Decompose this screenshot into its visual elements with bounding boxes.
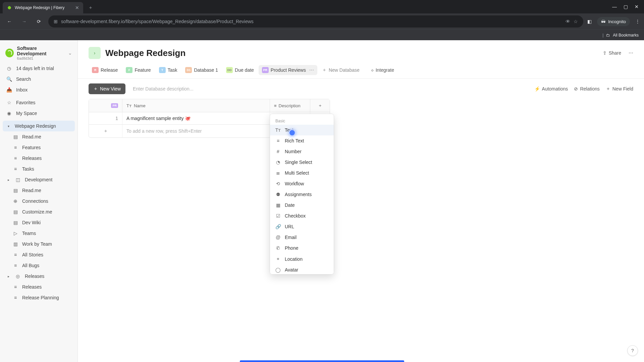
field-type-single-select[interactable]: ◔Single Select xyxy=(270,157,334,168)
automations-button[interactable]: ⚡ Automations xyxy=(534,86,568,92)
browser-tab[interactable]: Webpage Redesign | Fibery ✕ xyxy=(3,2,83,13)
sidebar-item-read.me[interactable]: ▤Read.me xyxy=(3,185,75,196)
address-bar[interactable]: ⊞ software-development.fibery.io/fibery/… xyxy=(48,15,583,27)
field-type-workflow[interactable]: ⟲Workflow xyxy=(270,178,334,189)
row-name-cell[interactable]: A magnificent sample entity 🐙 xyxy=(122,112,270,124)
field-type-label: Phone xyxy=(285,245,298,251)
chevron-icon[interactable]: ▾ xyxy=(6,123,11,129)
browser-menu-icon[interactable]: ⋮ xyxy=(635,19,640,24)
field-type-date[interactable]: ▦Date xyxy=(270,200,334,210)
field-type-label: Rich Text xyxy=(285,138,304,143)
more-icon[interactable]: ⋯ xyxy=(309,67,314,73)
sidebar-space-development[interactable]: ▸◫Development xyxy=(3,174,75,185)
db-tab-release[interactable]: RRelease xyxy=(89,65,121,75)
field-type-label: Email xyxy=(285,235,297,240)
sidebar-item-label: Read.me xyxy=(22,134,41,139)
incognito-badge[interactable]: 🕶 Incognito xyxy=(597,17,630,26)
sidebar-item-customize.me[interactable]: ▤Customize.me xyxy=(3,206,75,217)
workspace-switcher[interactable]: Software Development 6ad8d3d1 ⌄ xyxy=(3,44,75,63)
bolt-icon: ⚡ xyxy=(534,86,540,92)
integrate-button[interactable]: ⟐Integrate xyxy=(368,65,397,75)
new-field-button[interactable]: ＋ New Field xyxy=(606,86,633,92)
site-info-icon[interactable]: ⊞ xyxy=(54,19,58,24)
field-type-multi-select[interactable]: ≣Multi Select xyxy=(270,168,334,178)
avatar-icon: ◯ xyxy=(275,267,281,273)
field-type-email[interactable]: @Email xyxy=(270,232,334,243)
db-tab-task[interactable]: TTask xyxy=(156,65,181,75)
field-type-text[interactable]: TᴛText xyxy=(270,125,334,135)
db-tab-database-1[interactable]: D1Database 1 xyxy=(182,65,221,75)
myspace-section[interactable]: ◉ My Space xyxy=(3,108,75,119)
reload-button[interactable]: ⟳ xyxy=(34,16,44,27)
new-tab-button[interactable]: ＋ xyxy=(86,3,95,12)
help-button[interactable]: ? xyxy=(627,345,638,356)
inbox-button[interactable]: 📥 Inbox xyxy=(3,84,75,95)
assignments-icon: ⚉ xyxy=(275,192,281,197)
collapse-sidebar-button[interactable]: › xyxy=(89,47,101,59)
new-view-button[interactable]: ＋ New View xyxy=(89,83,125,94)
field-type-number[interactable]: #Number xyxy=(270,146,334,157)
field-type-avatar[interactable]: ◯Avatar xyxy=(270,264,334,275)
trial-status[interactable]: ◷ 14 days left in trial xyxy=(3,63,75,74)
sidebar-item-read.me[interactable]: ▤Read.me xyxy=(3,131,75,142)
relations-button[interactable]: ⊘ Relations xyxy=(574,86,599,92)
email-icon: @ xyxy=(275,235,281,240)
doc-icon: ▤ xyxy=(13,220,18,226)
search-button[interactable]: 🔍 Search xyxy=(3,74,75,84)
forward-button[interactable]: → xyxy=(19,16,30,27)
field-type-checkbox[interactable]: ☑Checkbox xyxy=(270,210,334,221)
field-type-assignments[interactable]: ⚉Assignments xyxy=(270,189,334,200)
incognito-label: Incognito xyxy=(608,19,626,24)
eye-off-icon[interactable]: 👁 xyxy=(566,19,570,24)
column-name-header[interactable]: Tᴛ Name xyxy=(122,99,270,112)
db-tab-product-reviews[interactable]: PRProduct Reviews⋯ xyxy=(259,65,317,75)
favorites-section[interactable]: ☆ Favorites xyxy=(3,97,75,108)
field-type-location[interactable]: ⌖Location xyxy=(270,253,334,264)
multi-select-icon: ≣ xyxy=(275,170,281,176)
add-column-button[interactable]: ＋ xyxy=(310,99,330,112)
user-icon: ◉ xyxy=(6,110,12,116)
close-window-icon[interactable]: ✕ xyxy=(635,4,639,9)
db-tab-label: Due date xyxy=(235,67,254,73)
maximize-icon[interactable]: ▢ xyxy=(624,4,628,9)
sidebar-item-all-stories[interactable]: ≡All Stories xyxy=(3,249,75,260)
sidebar-item-connections[interactable]: ⊕Connections xyxy=(3,196,75,206)
db-tab-due-date[interactable]: DDDue date xyxy=(223,65,257,75)
doc-icon: ▤ xyxy=(13,209,18,215)
main-content: › Webpage Redesign ⇪ Share ⋯ RReleaseFFe… xyxy=(78,40,644,362)
sidebar-item-release-planning[interactable]: ≡Release Planning xyxy=(3,292,75,303)
sidebar-item-dev-wiki[interactable]: ▤Dev Wiki xyxy=(3,217,75,228)
field-type-phone[interactable]: ✆Phone xyxy=(270,243,334,253)
close-tab-icon[interactable]: ✕ xyxy=(75,5,79,10)
sidebar-space-webpage-redesign[interactable]: ▾Webpage Redesign xyxy=(3,121,75,131)
all-bookmarks-link[interactable]: All Bookmarks xyxy=(613,33,639,38)
field-type-dropdown[interactable]: Basic TᴛText≡Rich Text#Number◔Single Sel… xyxy=(270,114,334,275)
sidebar-item-work-by-team[interactable]: ▥Work by Team xyxy=(3,239,75,249)
sidebar-item-teams[interactable]: ▷Teams xyxy=(3,228,75,239)
share-icon: ⇪ xyxy=(603,50,607,56)
page-title[interactable]: Webpage Redesign xyxy=(105,48,185,58)
chevron-icon[interactable]: ▸ xyxy=(6,177,11,183)
field-type-url[interactable]: 🔗URL xyxy=(270,221,334,232)
chevron-icon[interactable]: ▸ xyxy=(6,273,11,279)
field-type-rich-text[interactable]: ≡Rich Text xyxy=(270,135,334,146)
add-row-plus[interactable]: ＋ xyxy=(89,125,122,137)
minimize-icon[interactable]: — xyxy=(612,4,617,9)
db-tab-feature[interactable]: FFeature xyxy=(122,65,154,75)
sidebar-item-features[interactable]: ≡Features xyxy=(3,142,75,153)
column-description-header[interactable]: ≡ Description xyxy=(270,99,310,112)
sidebar-item-all-bugs[interactable]: ≡All Bugs xyxy=(3,260,75,271)
sidebar-item-releases[interactable]: ≡Releases xyxy=(3,153,75,164)
star-icon[interactable]: ☆ xyxy=(574,19,578,24)
new-database-button[interactable]: ＋New Database xyxy=(319,65,363,75)
share-button[interactable]: ⇪ Share xyxy=(599,48,625,58)
sidebar-item-tasks[interactable]: ≡Tasks xyxy=(3,164,75,174)
sidebar-space-releases[interactable]: ▸◎Releases xyxy=(3,271,75,282)
database-description-input[interactable]: Enter Database description... xyxy=(129,84,197,94)
back-button[interactable]: ← xyxy=(4,16,15,27)
more-icon[interactable]: ⋯ xyxy=(629,50,633,56)
panel-icon[interactable]: ◧ xyxy=(587,19,592,24)
sidebar-item-releases[interactable]: ≡Releases xyxy=(3,282,75,292)
sidebar-item-label: All Stories xyxy=(22,252,43,257)
chevron-down-icon[interactable]: ⌄ xyxy=(68,50,72,56)
